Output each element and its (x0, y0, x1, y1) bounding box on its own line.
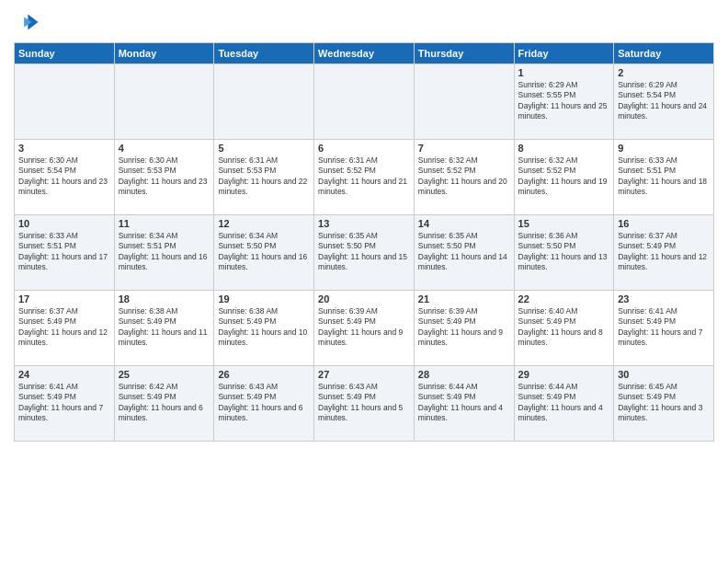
calendar-cell: 4Sunrise: 6:30 AM Sunset: 5:53 PM Daylig… (114, 140, 214, 215)
day-info: Sunrise: 6:45 AM Sunset: 5:49 PM Dayligh… (618, 382, 710, 424)
day-number: 17 (18, 293, 110, 304)
calendar-cell: 20Sunrise: 6:39 AM Sunset: 5:49 PM Dayli… (314, 291, 415, 366)
day-info: Sunrise: 6:41 AM Sunset: 5:49 PM Dayligh… (618, 306, 710, 349)
calendar-cell: 21Sunrise: 6:39 AM Sunset: 5:49 PM Dayli… (414, 291, 514, 366)
day-number: 29 (518, 369, 610, 380)
day-info: Sunrise: 6:43 AM Sunset: 5:49 PM Dayligh… (218, 382, 310, 424)
calendar-cell: 28Sunrise: 6:44 AM Sunset: 5:49 PM Dayli… (414, 366, 514, 442)
calendar-cell (214, 64, 314, 140)
day-number: 30 (618, 369, 710, 380)
calendar-cell: 13Sunrise: 6:35 AM Sunset: 5:50 PM Dayli… (314, 215, 415, 291)
calendar-cell: 17Sunrise: 6:37 AM Sunset: 5:49 PM Dayli… (15, 291, 115, 366)
day-info: Sunrise: 6:31 AM Sunset: 5:53 PM Dayligh… (218, 155, 310, 198)
calendar-cell: 22Sunrise: 6:40 AM Sunset: 5:49 PM Dayli… (514, 291, 614, 366)
day-number: 11 (119, 218, 210, 229)
day-info: Sunrise: 6:34 AM Sunset: 5:50 PM Dayligh… (218, 231, 310, 273)
day-info: Sunrise: 6:35 AM Sunset: 5:50 PM Dayligh… (318, 231, 410, 273)
day-number: 19 (218, 293, 310, 304)
day-info: Sunrise: 6:39 AM Sunset: 5:49 PM Dayligh… (318, 306, 410, 349)
day-number: 26 (218, 369, 310, 380)
weekday-header-row: SundayMondayTuesdayWednesdayThursdayFrid… (15, 43, 714, 64)
day-number: 2 (618, 67, 710, 78)
day-info: Sunrise: 6:36 AM Sunset: 5:50 PM Dayligh… (518, 231, 610, 273)
day-info: Sunrise: 6:30 AM Sunset: 5:54 PM Dayligh… (18, 155, 110, 198)
calendar-cell: 8Sunrise: 6:32 AM Sunset: 5:52 PM Daylig… (514, 140, 614, 215)
calendar-cell: 10Sunrise: 6:33 AM Sunset: 5:51 PM Dayli… (15, 215, 115, 291)
calendar-week-row: 1Sunrise: 6:29 AM Sunset: 5:55 PM Daylig… (15, 64, 714, 140)
calendar-week-row: 10Sunrise: 6:33 AM Sunset: 5:51 PM Dayli… (15, 215, 714, 291)
day-info: Sunrise: 6:30 AM Sunset: 5:53 PM Dayligh… (119, 155, 210, 198)
calendar-cell: 5Sunrise: 6:31 AM Sunset: 5:53 PM Daylig… (214, 140, 314, 215)
calendar-cell: 30Sunrise: 6:45 AM Sunset: 5:49 PM Dayli… (614, 366, 714, 442)
day-number: 9 (618, 143, 710, 154)
calendar-cell: 14Sunrise: 6:35 AM Sunset: 5:50 PM Dayli… (414, 215, 514, 291)
calendar-week-row: 17Sunrise: 6:37 AM Sunset: 5:49 PM Dayli… (15, 291, 714, 366)
day-info: Sunrise: 6:31 AM Sunset: 5:52 PM Dayligh… (318, 155, 410, 198)
day-number: 3 (18, 143, 110, 154)
day-info: Sunrise: 6:38 AM Sunset: 5:49 PM Dayligh… (218, 306, 310, 349)
day-number: 4 (119, 143, 210, 154)
calendar-cell (314, 64, 415, 140)
day-info: Sunrise: 6:37 AM Sunset: 5:49 PM Dayligh… (18, 306, 110, 349)
calendar-cell (114, 64, 214, 140)
day-info: Sunrise: 6:43 AM Sunset: 5:49 PM Dayligh… (318, 382, 410, 424)
day-info: Sunrise: 6:38 AM Sunset: 5:49 PM Dayligh… (119, 306, 210, 349)
day-info: Sunrise: 6:42 AM Sunset: 5:49 PM Dayligh… (119, 382, 210, 424)
calendar-cell: 19Sunrise: 6:38 AM Sunset: 5:49 PM Dayli… (214, 291, 314, 366)
day-number: 8 (518, 143, 610, 154)
calendar-cell: 15Sunrise: 6:36 AM Sunset: 5:50 PM Dayli… (514, 215, 614, 291)
day-info: Sunrise: 6:32 AM Sunset: 5:52 PM Dayligh… (418, 155, 510, 198)
day-info: Sunrise: 6:44 AM Sunset: 5:49 PM Dayligh… (418, 382, 510, 424)
day-number: 1 (518, 67, 610, 78)
day-number: 16 (618, 218, 710, 229)
day-number: 23 (618, 293, 710, 304)
weekday-header: Friday (514, 43, 614, 64)
day-number: 22 (518, 293, 610, 304)
page: SundayMondayTuesdayWednesdayThursdayFrid… (0, 0, 728, 563)
weekday-header: Saturday (614, 43, 714, 64)
calendar-cell: 18Sunrise: 6:38 AM Sunset: 5:49 PM Dayli… (114, 291, 214, 366)
day-number: 20 (318, 293, 410, 304)
calendar-week-row: 3Sunrise: 6:30 AM Sunset: 5:54 PM Daylig… (15, 140, 714, 215)
calendar-cell: 27Sunrise: 6:43 AM Sunset: 5:49 PM Dayli… (314, 366, 415, 442)
day-info: Sunrise: 6:44 AM Sunset: 5:49 PM Dayligh… (518, 382, 610, 424)
day-info: Sunrise: 6:29 AM Sunset: 5:55 PM Dayligh… (518, 80, 610, 122)
calendar-cell: 1Sunrise: 6:29 AM Sunset: 5:55 PM Daylig… (514, 64, 614, 140)
calendar-cell: 2Sunrise: 6:29 AM Sunset: 5:54 PM Daylig… (614, 64, 714, 140)
day-info: Sunrise: 6:29 AM Sunset: 5:54 PM Dayligh… (618, 80, 710, 122)
day-info: Sunrise: 6:37 AM Sunset: 5:49 PM Dayligh… (618, 231, 710, 273)
weekday-header: Monday (114, 43, 214, 64)
calendar-cell: 25Sunrise: 6:42 AM Sunset: 5:49 PM Dayli… (114, 366, 214, 442)
day-info: Sunrise: 6:32 AM Sunset: 5:52 PM Dayligh… (518, 155, 610, 198)
calendar-cell: 7Sunrise: 6:32 AM Sunset: 5:52 PM Daylig… (414, 140, 514, 215)
calendar-cell: 11Sunrise: 6:34 AM Sunset: 5:51 PM Dayli… (114, 215, 214, 291)
logo (14, 9, 43, 35)
day-number: 21 (418, 293, 510, 304)
day-info: Sunrise: 6:33 AM Sunset: 5:51 PM Dayligh… (18, 231, 110, 273)
day-number: 7 (418, 143, 510, 154)
calendar-cell (15, 64, 115, 140)
day-info: Sunrise: 6:41 AM Sunset: 5:49 PM Dayligh… (18, 382, 110, 424)
weekday-header: Tuesday (214, 43, 314, 64)
calendar-cell: 16Sunrise: 6:37 AM Sunset: 5:49 PM Dayli… (614, 215, 714, 291)
calendar-cell: 12Sunrise: 6:34 AM Sunset: 5:50 PM Dayli… (214, 215, 314, 291)
day-number: 24 (18, 369, 110, 380)
day-number: 5 (218, 143, 310, 154)
weekday-header: Thursday (414, 43, 514, 64)
weekday-header: Wednesday (314, 43, 415, 64)
calendar-cell: 6Sunrise: 6:31 AM Sunset: 5:52 PM Daylig… (314, 140, 415, 215)
day-info: Sunrise: 6:40 AM Sunset: 5:49 PM Dayligh… (518, 306, 610, 349)
calendar-cell: 29Sunrise: 6:44 AM Sunset: 5:49 PM Dayli… (514, 366, 614, 442)
day-number: 28 (418, 369, 510, 380)
day-info: Sunrise: 6:33 AM Sunset: 5:51 PM Dayligh… (618, 155, 710, 198)
calendar-cell: 26Sunrise: 6:43 AM Sunset: 5:49 PM Dayli… (214, 366, 314, 442)
logo-icon (14, 9, 40, 35)
calendar-cell: 9Sunrise: 6:33 AM Sunset: 5:51 PM Daylig… (614, 140, 714, 215)
day-info: Sunrise: 6:34 AM Sunset: 5:51 PM Dayligh… (119, 231, 210, 273)
day-number: 15 (518, 218, 610, 229)
calendar: SundayMondayTuesdayWednesdayThursdayFrid… (14, 42, 714, 442)
day-number: 12 (218, 218, 310, 229)
day-number: 18 (119, 293, 210, 304)
day-number: 6 (318, 143, 410, 154)
weekday-header: Sunday (15, 43, 115, 64)
